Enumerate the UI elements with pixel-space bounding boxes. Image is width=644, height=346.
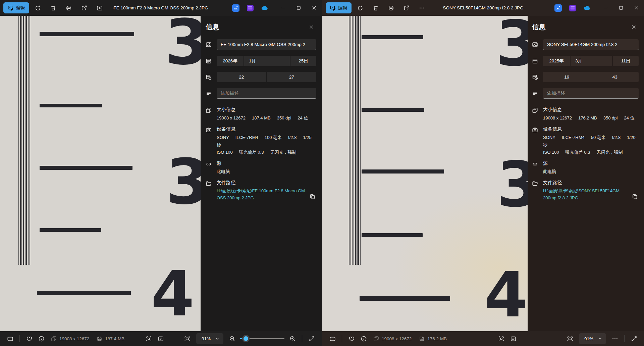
calendar-icon [206, 58, 212, 64]
date-year-field[interactable]: 2026年 [217, 56, 244, 66]
clipchamp-app-icon[interactable] [247, 4, 254, 12]
onedrive-icon[interactable] [583, 4, 591, 12]
time-hour-field[interactable]: 19 [543, 72, 591, 82]
time-hour-field[interactable]: 22 [217, 72, 266, 82]
delete-button[interactable] [369, 2, 382, 14]
time-icon [206, 74, 212, 80]
iso-value: ISO 100 [543, 150, 559, 155]
zoom-out-button[interactable] [226, 333, 238, 344]
description-icon [206, 90, 212, 96]
trash-icon [373, 5, 379, 11]
visual-search-button[interactable] [143, 333, 155, 344]
filmstrip-toggle-button[interactable] [326, 333, 338, 344]
favorite-button[interactable] [345, 333, 358, 344]
delete-button[interactable] [47, 2, 60, 14]
chart-numeral: 4 [151, 263, 194, 325]
edit-button[interactable]: 编辑 [326, 2, 352, 13]
rotate-button[interactable] [354, 2, 367, 14]
minimize-icon [281, 5, 286, 10]
test-chart-bar [40, 104, 102, 107]
visual-search-button[interactable] [495, 333, 507, 344]
info-toggle-button[interactable] [35, 333, 47, 344]
chart-numeral: 4 [484, 264, 528, 326]
date-year-field[interactable]: 2025年 [543, 56, 570, 66]
minimize-button[interactable] [598, 0, 613, 16]
close-info-panel-button[interactable] [306, 22, 316, 32]
calendar-icon [532, 58, 538, 64]
slideshow-button[interactable] [93, 2, 106, 14]
camera-model: ILCE-7RM4 [562, 135, 585, 140]
text-actions-button[interactable] [155, 333, 167, 344]
filename-input[interactable] [543, 39, 639, 50]
zoom-in-icon [289, 336, 296, 342]
minimize-button[interactable] [275, 0, 291, 16]
description-input[interactable] [543, 88, 639, 99]
copy-path-button[interactable] [307, 191, 318, 202]
file-path-link[interactable]: H:\画质\新卡\索尼\FE 100mm F2.8 Macro GM OSS 2… [217, 188, 307, 201]
date-month-field[interactable]: 3月 [570, 56, 612, 66]
close-info-panel-button[interactable] [629, 22, 639, 32]
description-input[interactable] [217, 88, 316, 99]
date-day-field[interactable]: 11日 [612, 56, 639, 66]
photo-canvas[interactable]: 3 3 4 [0, 16, 201, 331]
more-options-button[interactable] [415, 2, 429, 14]
more-dots-icon [112, 5, 118, 11]
close-icon [634, 5, 639, 10]
share-button[interactable] [77, 2, 91, 14]
source-section-title: 源 [543, 160, 556, 166]
favorite-button[interactable] [23, 333, 35, 344]
more-options-button[interactable] [108, 2, 122, 14]
share-button[interactable] [400, 2, 413, 14]
time-field-group: 22 27 [217, 72, 316, 82]
statusbar-more-button[interactable] [609, 333, 621, 344]
iso-value: ISO 100 [217, 150, 233, 155]
zoom-out-icon [229, 336, 235, 342]
slider-thumb[interactable] [244, 336, 248, 341]
zoom-level-dropdown[interactable]: 91% [579, 333, 606, 344]
close-button[interactable] [306, 0, 322, 16]
photo-canvas[interactable]: 3 3 4 [322, 16, 528, 331]
test-chart-bar [40, 228, 101, 232]
titlebar-left: 编辑 FE 100mm F2.8 Macro GM OSS 200mp 2.JP… [0, 0, 322, 16]
time-minute-field[interactable]: 27 [266, 72, 317, 82]
zoom-level-dropdown[interactable]: 91% [196, 333, 223, 344]
edit-button[interactable]: 编辑 [3, 2, 29, 13]
maximize-button[interactable] [613, 0, 629, 16]
path-section-title: 文件路径 [543, 180, 639, 186]
path-section-title: 文件路径 [217, 180, 316, 186]
info-panel: 信息 2026年 1月 25日 [201, 16, 322, 331]
zoom-in-button[interactable] [286, 333, 299, 344]
info-panel-title: 信息 [206, 22, 219, 32]
filename-input[interactable] [217, 39, 316, 50]
time-field-group: 19 43 [543, 72, 639, 82]
text-actions-button[interactable] [507, 333, 520, 344]
onedrive-icon[interactable] [261, 4, 268, 12]
exposure-bias: 曝光偏差 0.3 [239, 150, 264, 155]
time-minute-field[interactable]: 43 [591, 72, 639, 82]
date-month-field[interactable]: 1月 [244, 56, 290, 66]
filmstrip-toggle-button[interactable] [4, 333, 16, 344]
close-button[interactable] [629, 0, 644, 16]
fit-to-window-button[interactable] [181, 333, 194, 344]
date-day-field[interactable]: 25日 [290, 56, 316, 66]
statusbar-right: 19008 x 12672 176.2 MB 91% [322, 331, 644, 346]
print-button[interactable] [62, 2, 75, 14]
fullscreen-button[interactable] [628, 333, 640, 344]
photos-app-pair: 编辑 FE 100mm F2.8 Macro GM OSS 200mp 2.JP… [0, 0, 644, 346]
rotate-button[interactable] [31, 2, 45, 14]
print-button[interactable] [384, 2, 398, 14]
fit-to-window-button[interactable] [564, 333, 576, 344]
dimensions-icon [51, 336, 57, 342]
clipchamp-app-icon[interactable] [569, 4, 576, 12]
designer-app-icon[interactable] [554, 4, 562, 12]
copy-path-button[interactable] [629, 191, 640, 202]
image-icon [206, 42, 212, 48]
file-path-link[interactable]: H:\画质\新卡\索尼\SONY SEL50F14GM 200mp f2.8 2… [543, 188, 628, 201]
maximize-button[interactable] [291, 0, 306, 16]
rotate-icon [357, 5, 363, 11]
image-icon [532, 42, 538, 48]
zoom-slider[interactable] [240, 334, 284, 344]
designer-app-icon[interactable] [232, 4, 239, 12]
fullscreen-button[interactable] [306, 333, 318, 344]
info-toggle-button[interactable] [358, 333, 370, 344]
